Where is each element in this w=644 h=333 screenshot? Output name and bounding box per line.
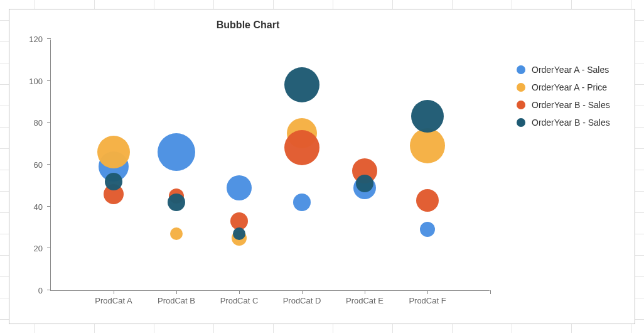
y-tick-label: 40: [34, 202, 43, 211]
legend-swatch-icon: [517, 118, 525, 127]
y-tick-label: 0: [38, 286, 43, 295]
legend-swatch-icon: [517, 101, 525, 109]
legend-label: OrderYear A - Sales: [532, 65, 609, 75]
plot-area: 020406080100120ProdCat AProdCat BProdCat…: [50, 40, 490, 291]
bubble[interactable]: [158, 133, 195, 171]
y-tick: [47, 164, 51, 165]
bubble[interactable]: [97, 136, 130, 168]
bubble[interactable]: [416, 189, 439, 212]
y-tick-label: 120: [29, 35, 43, 44]
x-tick-label: ProdCat F: [409, 296, 446, 305]
legend-label: OrderYear B - Sales: [532, 100, 610, 110]
x-tick: [176, 290, 177, 294]
legend-swatch-icon: [517, 83, 525, 92]
x-tick: [302, 290, 303, 294]
x-tick-label: ProdCat A: [95, 296, 132, 305]
y-tick: [47, 290, 51, 290]
x-tick: [239, 290, 240, 294]
y-tick-label: 100: [29, 76, 43, 85]
chart-frame[interactable]: Bubble Chart 020406080100120ProdCat APro…: [9, 9, 635, 324]
y-tick: [47, 122, 51, 123]
bubble[interactable]: [410, 128, 445, 163]
bubble[interactable]: [168, 194, 185, 211]
x-tick-label: ProdCat B: [158, 296, 195, 305]
legend-item[interactable]: OrderYear A - Sales: [517, 61, 610, 79]
x-tick: [490, 290, 491, 294]
bubble[interactable]: [105, 173, 122, 190]
bubble[interactable]: [284, 130, 319, 165]
bubble[interactable]: [420, 222, 435, 237]
y-tick: [47, 206, 51, 207]
bubble[interactable]: [227, 175, 252, 200]
y-tick: [47, 38, 51, 39]
spreadsheet-background: Bubble Chart 020406080100120ProdCat APro…: [0, 0, 644, 333]
bubble[interactable]: [356, 175, 373, 192]
legend-label: OrderYear A - Price: [532, 82, 607, 92]
legend-item[interactable]: OrderYear B - Sales: [517, 96, 610, 114]
x-tick: [365, 290, 365, 294]
x-tick: [427, 290, 428, 294]
legend-swatch-icon: [517, 65, 525, 74]
bubble[interactable]: [293, 194, 311, 211]
bubble[interactable]: [170, 227, 183, 240]
y-tick: [47, 80, 51, 81]
y-tick: [47, 248, 51, 248]
x-tick-label: ProdCat D: [283, 296, 321, 305]
bubble[interactable]: [284, 67, 319, 102]
legend-label: OrderYear B - Sales: [532, 117, 610, 128]
legend-item[interactable]: OrderYear B - Sales: [517, 114, 610, 131]
bubble[interactable]: [411, 100, 444, 133]
y-tick-label: 20: [34, 244, 43, 253]
legend: OrderYear A - SalesOrderYear A - PriceOr…: [517, 61, 610, 131]
chart-title: Bubble Chart: [9, 19, 486, 31]
legend-item[interactable]: OrderYear A - Price: [517, 79, 610, 96]
y-tick-label: 60: [34, 160, 43, 170]
x-tick: [114, 290, 114, 294]
bubble[interactable]: [233, 227, 245, 240]
x-tick-label: ProdCat C: [220, 296, 259, 305]
x-tick-label: ProdCat E: [346, 296, 384, 305]
y-tick-label: 80: [34, 118, 43, 128]
